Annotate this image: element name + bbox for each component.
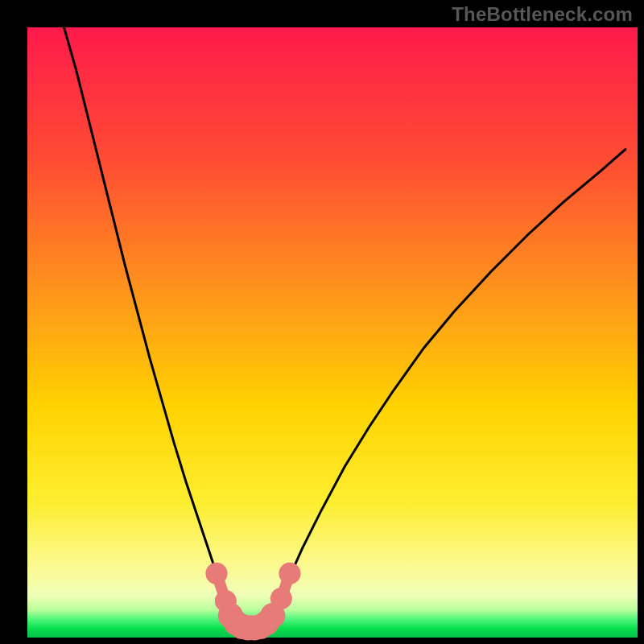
plot-background — [27, 27, 638, 638]
watermark-label: TheBottleneck.com — [452, 3, 633, 26]
bottleneck-chart — [0, 0, 644, 644]
marker-dot — [279, 563, 300, 584]
chart-frame: TheBottleneck.com — [0, 0, 644, 644]
marker-dot — [270, 588, 292, 609]
marker-dot — [205, 563, 227, 584]
